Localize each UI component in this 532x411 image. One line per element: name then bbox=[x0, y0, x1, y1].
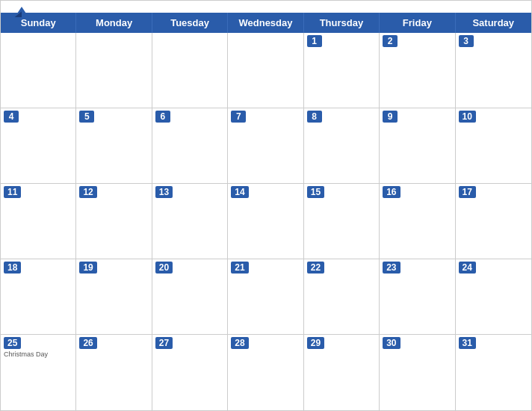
day-cell: 12 bbox=[76, 184, 152, 259]
day-number: 26 bbox=[79, 337, 96, 349]
day-cell: 9 bbox=[380, 108, 455, 184]
day-number: 15 bbox=[307, 186, 324, 198]
day-number: 16 bbox=[383, 186, 400, 198]
day-cell: 11 bbox=[1, 184, 76, 259]
day-number: 3 bbox=[459, 35, 474, 47]
day-number: 2 bbox=[383, 35, 398, 47]
day-number: 1 bbox=[307, 35, 322, 47]
day-number: 28 bbox=[231, 337, 248, 349]
day-cell: 28 bbox=[228, 335, 303, 410]
weekday-header: Saturday bbox=[456, 13, 531, 33]
day-cell: 2 bbox=[380, 33, 455, 108]
day-number: 21 bbox=[231, 262, 248, 274]
day-number: 9 bbox=[383, 111, 398, 123]
logo bbox=[13, 7, 29, 17]
day-cell: 27 bbox=[152, 335, 228, 410]
weekday-header: Tuesday bbox=[152, 13, 228, 33]
day-cell: 3 bbox=[456, 33, 531, 108]
day-cell: 13 bbox=[152, 184, 228, 259]
day-cell: 29 bbox=[304, 335, 380, 410]
day-cell: 19 bbox=[76, 259, 152, 335]
day-number: 20 bbox=[155, 262, 173, 274]
day-number: 10 bbox=[459, 111, 476, 123]
day-number: 23 bbox=[383, 262, 400, 274]
day-number: 7 bbox=[231, 111, 246, 123]
day-cell: 30 bbox=[380, 335, 455, 410]
day-cell: 8 bbox=[304, 108, 380, 184]
day-cell: 18 bbox=[1, 259, 76, 335]
weekdays-row: SundayMondayTuesdayWednesdayThursdayFrid… bbox=[1, 13, 531, 33]
day-number: 14 bbox=[231, 186, 248, 198]
day-cell: 15 bbox=[304, 184, 380, 259]
day-cell: 23 bbox=[380, 259, 455, 335]
calendar-container: SundayMondayTuesdayWednesdayThursdayFrid… bbox=[0, 0, 532, 411]
day-cell: 21 bbox=[228, 259, 303, 335]
day-cell: 25Christmas Day bbox=[1, 335, 76, 410]
day-cell: 22 bbox=[304, 259, 380, 335]
day-cell: 20 bbox=[152, 259, 228, 335]
day-cell bbox=[152, 33, 228, 108]
day-number: 11 bbox=[4, 186, 21, 198]
weekday-header: Wednesday bbox=[228, 13, 303, 33]
day-cell: 14 bbox=[228, 184, 303, 259]
day-cell bbox=[76, 33, 152, 108]
day-number: 31 bbox=[459, 337, 476, 349]
day-number: 5 bbox=[79, 111, 94, 123]
day-cell bbox=[1, 33, 76, 108]
weekday-header: Monday bbox=[76, 13, 152, 33]
day-number: 12 bbox=[79, 186, 96, 198]
day-number: 30 bbox=[383, 337, 400, 349]
day-number: 6 bbox=[155, 111, 170, 123]
day-cell: 10 bbox=[456, 108, 531, 184]
day-number: 8 bbox=[307, 111, 322, 123]
day-number: 29 bbox=[307, 337, 324, 349]
day-number: 18 bbox=[4, 262, 21, 274]
holiday-label: Christmas Day bbox=[4, 350, 72, 358]
day-number: 27 bbox=[155, 337, 173, 349]
calendar-header bbox=[1, 1, 531, 13]
days-grid: 1234567891011121314151617181920212223242… bbox=[1, 33, 531, 410]
day-cell: 16 bbox=[380, 184, 455, 259]
day-cell: 6 bbox=[152, 108, 228, 184]
day-cell bbox=[228, 33, 303, 108]
day-cell: 4 bbox=[1, 108, 76, 184]
day-number: 24 bbox=[459, 262, 476, 274]
day-cell: 7 bbox=[228, 108, 303, 184]
day-number: 25 bbox=[4, 337, 21, 349]
day-number: 19 bbox=[79, 262, 96, 274]
day-cell: 5 bbox=[76, 108, 152, 184]
weekday-header: Friday bbox=[380, 13, 455, 33]
day-number: 13 bbox=[155, 186, 173, 198]
day-cell: 24 bbox=[456, 259, 531, 335]
day-number: 22 bbox=[307, 262, 324, 274]
day-cell: 17 bbox=[456, 184, 531, 259]
day-number: 17 bbox=[459, 186, 476, 198]
logo-bird-icon bbox=[14, 7, 29, 17]
weekday-header: Thursday bbox=[304, 13, 380, 33]
day-cell: 26 bbox=[76, 335, 152, 410]
day-number: 4 bbox=[4, 111, 19, 123]
day-cell: 31 bbox=[456, 335, 531, 410]
day-cell: 1 bbox=[304, 33, 380, 108]
